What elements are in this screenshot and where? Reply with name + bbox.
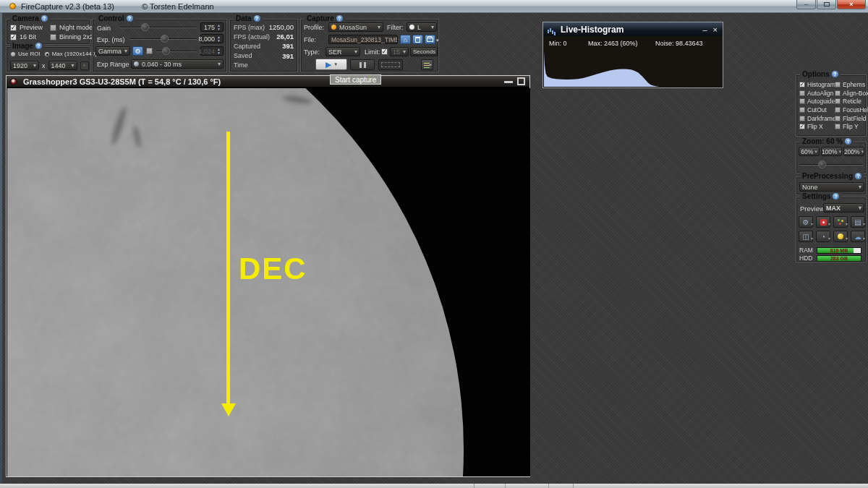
option-reticle[interactable]: Reticle <box>835 97 867 106</box>
radio-max-resolution[interactable] <box>44 51 50 57</box>
gamma-slider-thumb[interactable] <box>162 47 170 55</box>
help-icon[interactable]: ? <box>127 15 133 22</box>
checkbox-preview[interactable]: Preview <box>10 24 50 31</box>
gain-slider-thumb[interactable] <box>141 23 149 31</box>
checkbox-icon[interactable] <box>799 90 805 96</box>
spinner-arrows-icon[interactable] <box>216 35 222 43</box>
type-select[interactable]: SER <box>326 47 360 56</box>
start-capture-button[interactable]: ▶ <box>315 59 347 70</box>
help-icon[interactable]: ? <box>855 173 861 179</box>
preview-maximize-button[interactable] <box>517 77 525 85</box>
preprocessing-select[interactable]: None <box>799 182 864 192</box>
checkbox-icon[interactable] <box>835 98 841 104</box>
preview-window-titlebar[interactable]: Grasshopper3 GS3-U3-28S5M (T = 54,8 °C /… <box>7 76 529 87</box>
checkbox-binning[interactable]: Binning 2x2 <box>50 33 93 40</box>
roi-width-select[interactable]: 1920 <box>10 61 39 70</box>
limit-checkbox[interactable] <box>381 48 388 55</box>
checkbox-icon[interactable] <box>799 98 805 104</box>
exposure-spinner[interactable]: 8,000 <box>200 34 224 43</box>
checkbox-icon[interactable] <box>835 116 841 121</box>
checkbox-icon[interactable] <box>799 116 805 121</box>
selection-button[interactable] <box>378 59 403 70</box>
option-flatfield[interactable]: FlatField <box>835 114 867 123</box>
live-preview-image[interactable]: Zoom: 60% DEC <box>7 88 530 476</box>
zoom-slider[interactable] <box>799 160 863 169</box>
limit-unit-select[interactable]: Seconds <box>410 47 438 56</box>
checkbox-icon[interactable] <box>50 34 56 40</box>
histogram-close-button[interactable]: × <box>713 26 718 33</box>
help-icon[interactable]: ? <box>35 43 42 49</box>
option-darkframe[interactable]: Darkframe <box>799 114 834 123</box>
option-focushelp[interactable]: FocusHelp <box>835 106 867 114</box>
option-autoalign[interactable]: AutoAlign <box>799 89 834 98</box>
record-settings-button[interactable] <box>816 216 830 228</box>
option-autoguide[interactable]: Autoguide <box>799 97 834 106</box>
exp-range-select[interactable]: 0.040 - 30 ms <box>131 59 224 69</box>
checkbox-icon[interactable] <box>799 124 805 129</box>
option-cutout[interactable]: CutOut <box>799 106 834 114</box>
checkbox-icon[interactable] <box>50 25 56 31</box>
option-ephems[interactable]: Ephems <box>835 80 867 89</box>
radio-use-roi[interactable] <box>10 51 16 57</box>
help-icon[interactable]: ? <box>336 15 343 22</box>
filter-select[interactable]: L <box>407 22 437 32</box>
histogram-minimize-button[interactable]: – <box>702 26 707 33</box>
help-icon[interactable]: ? <box>254 15 260 22</box>
preview-minimize-button[interactable] <box>504 80 513 83</box>
color-settings-button[interactable] <box>833 216 848 228</box>
preview-size-select[interactable]: MAX <box>823 203 864 213</box>
checkbox-icon[interactable] <box>10 25 17 31</box>
checkbox-icon[interactable] <box>835 124 841 129</box>
browse-folder-button[interactable] <box>425 35 435 44</box>
checkbox-icon[interactable] <box>835 90 841 96</box>
help-icon[interactable]: ? <box>41 15 48 22</box>
limit-value-select[interactable]: 15 <box>390 47 409 56</box>
roi-height-select[interactable]: 1440 <box>48 61 77 70</box>
exposure-slider[interactable] <box>130 34 197 43</box>
checkbox-icon[interactable] <box>10 34 17 40</box>
option-histogram[interactable]: Histogram <box>799 80 834 89</box>
settings-button[interactable]: ⚙ <box>799 216 813 228</box>
maximize-button[interactable] <box>817 0 836 9</box>
help-icon[interactable]: ? <box>832 71 838 77</box>
histogram-titlebar[interactable]: Live-Histogram – × <box>543 22 723 36</box>
filename-input[interactable]: MosaSun_230813_TIME <box>328 35 398 44</box>
help-icon[interactable]: ? <box>845 138 851 145</box>
gain-spinner[interactable]: 175 <box>200 22 224 32</box>
display-settings-button[interactable]: ▤ <box>851 216 865 228</box>
option-flip-x[interactable]: Flip X <box>799 122 834 131</box>
gamma-select[interactable]: Gamma <box>95 46 130 56</box>
gain-slider[interactable] <box>120 22 197 32</box>
home-folder-button[interactable]: ⌂ <box>400 35 411 44</box>
checkbox-night-mode[interactable]: Night mode <box>50 24 93 31</box>
zoom-60-button[interactable]: 60% <box>799 147 820 156</box>
file-settings-button[interactable]: ◫ <box>799 231 813 242</box>
light-settings-button[interactable] <box>833 231 848 242</box>
gamma-settings-button[interactable]: ⚙ <box>132 46 143 56</box>
exposure-slider-thumb[interactable] <box>161 35 169 43</box>
zoom-100-button[interactable]: 100% <box>821 147 842 156</box>
gamma-enable-checkbox[interactable] <box>146 48 153 54</box>
roi-set-button[interactable]: + <box>80 61 89 70</box>
option-flip-y[interactable]: Flip Y <box>835 122 867 131</box>
help-icon[interactable]: ? <box>833 193 839 200</box>
file-options-dropdown[interactable]: ▾ <box>436 38 439 43</box>
checkbox-icon[interactable] <box>799 107 805 113</box>
spinner-arrows-icon[interactable] <box>216 23 222 31</box>
option-align-box[interactable]: Align-Box <box>835 89 867 98</box>
performance-button[interactable]: ◔ <box>816 231 830 242</box>
profile-select[interactable]: MosaSun <box>328 22 383 32</box>
zoom-slider-thumb[interactable] <box>818 160 826 168</box>
minimize-button[interactable]: – <box>796 0 816 9</box>
checkbox-icon[interactable] <box>835 82 841 87</box>
network-settings-button[interactable]: ☁ <box>851 231 865 242</box>
gamma-slider[interactable] <box>156 46 197 56</box>
checkbox-icon[interactable] <box>799 82 805 87</box>
delete-button[interactable] <box>412 35 423 44</box>
checkbox-16bit[interactable]: 16 Bit <box>10 33 50 40</box>
pause-button[interactable] <box>350 59 375 70</box>
capture-list-button[interactable] <box>421 59 433 70</box>
zoom-200-button[interactable]: 200% <box>843 147 864 156</box>
close-button[interactable]: × <box>837 0 866 9</box>
checkbox-icon[interactable] <box>835 107 841 113</box>
